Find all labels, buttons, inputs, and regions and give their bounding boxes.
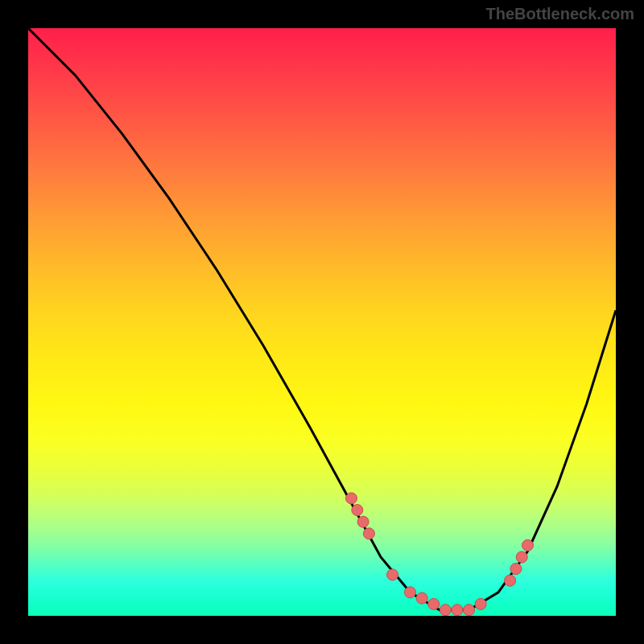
marker-dot [387,569,398,580]
marker-dot [505,575,516,586]
marker-dot [464,605,475,616]
marker-dot [405,587,416,598]
watermark-text: TheBottleneck.com [486,5,634,23]
marker-dot [428,598,440,609]
marker-dot [346,493,357,504]
chart-svg [28,28,616,616]
marker-group [346,493,534,616]
marker-dot [522,539,534,551]
chart-plot-area [28,28,616,616]
marker-dot [510,564,522,575]
marker-dot [363,528,374,539]
marker-dot [475,598,486,609]
marker-dot [516,551,527,563]
marker-dot [352,505,363,516]
marker-dot [416,592,427,604]
bottleneck-curve [28,28,616,610]
marker-dot [452,605,463,616]
marker-dot [440,605,451,616]
marker-dot [357,516,369,527]
